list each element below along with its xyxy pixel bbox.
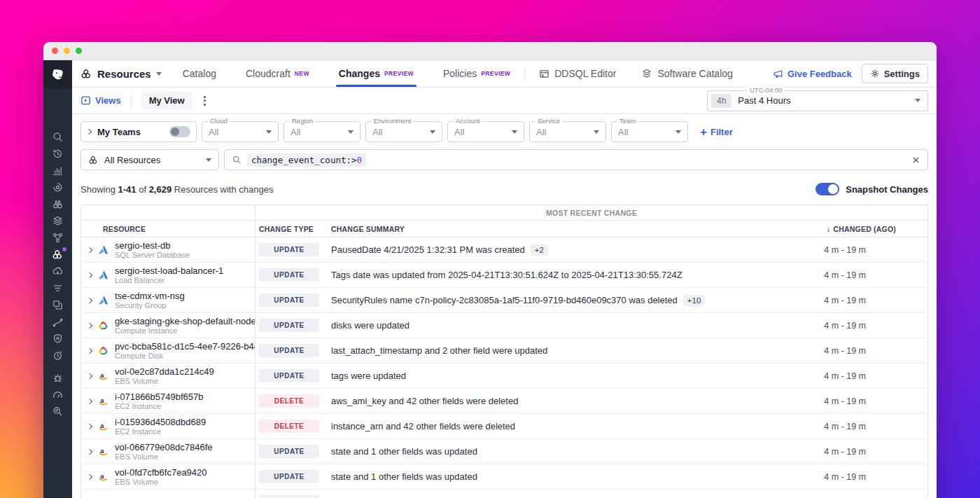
column-changed-ago[interactable]: ↓CHANGED (AGO) — [790, 221, 927, 237]
expand-row-icon[interactable] — [87, 448, 92, 454]
table-row[interactable]: sergio-test-load-balancer-1Load Balancer… — [81, 263, 927, 288]
resource-type: EC2 Instance — [115, 427, 206, 436]
time-range-picker[interactable]: 4h UTC-04:00 Past 4 Hours — [707, 90, 928, 111]
change-summary-cell: disks were updated — [326, 313, 790, 338]
plus-icon: + — [700, 126, 707, 138]
resource-cell: avol-0fd7cfb6fc7ea9420EBS Volume — [81, 464, 255, 489]
table-row[interactable]: pvc-bcba581c-d1c5-4ee7-9226-b4c...Comput… — [81, 338, 927, 364]
change-type-badge: UPDATE — [259, 369, 319, 382]
table-row[interactable]: tse-cdmx-vm-nsgSecurity GroupUPDATESecur… — [81, 288, 927, 313]
zoom-button[interactable] — [76, 48, 82, 54]
expand-row-icon[interactable] — [87, 272, 92, 277]
table-row[interactable]: ai-071866b5749bf657bEC2 InstanceDELETEaw… — [81, 389, 927, 414]
software-catalog-icon[interactable] — [49, 215, 67, 227]
synthetics-icon[interactable] — [49, 316, 67, 328]
close-button[interactable] — [52, 48, 58, 54]
change-type-cell: UPDATE — [255, 263, 326, 287]
filter-dropdown-environment[interactable]: EnvironmentAll — [365, 121, 442, 142]
table-row[interactable]: gke-staging-gke-shop-default-node...Comp… — [81, 313, 927, 338]
chevron-down-icon — [512, 130, 517, 134]
product-switcher[interactable]: Resources — [80, 60, 162, 87]
more-changes-chip[interactable]: +2 — [531, 244, 548, 256]
views-bar: Views My View 4h UTC-04:00 Past 4 Hours — [72, 88, 937, 114]
views-button[interactable]: Views — [80, 95, 121, 106]
tab-cloudcraft[interactable]: CloudcraftNEW — [246, 60, 309, 87]
search-input[interactable]: change_event_count:>0 — [224, 149, 928, 170]
resources-icon[interactable] — [49, 249, 67, 261]
filter-dropdown-team[interactable]: TeamAll — [611, 121, 688, 142]
minimize-button[interactable] — [64, 48, 70, 54]
query-token[interactable]: change_event_count:>0 — [247, 153, 366, 167]
azure-icon — [98, 270, 108, 280]
datadog-logo[interactable] — [43, 60, 72, 89]
tool-software-catalog[interactable]: Software Catalog — [641, 68, 732, 79]
watchdog-icon[interactable] — [49, 181, 67, 193]
filter-dropdown-cloud[interactable]: CloudAll — [202, 121, 279, 142]
table-row[interactable]: ai-015936d4508dbd689EC2 InstanceDELETEin… — [81, 414, 927, 439]
settings-button[interactable]: Settings — [862, 64, 928, 83]
expand-row-icon[interactable] — [87, 473, 92, 479]
chevron-down-icon — [156, 72, 162, 76]
azure-icon — [98, 295, 108, 305]
snapshot-changes-toggle[interactable] — [816, 183, 839, 195]
security-shield-icon[interactable] — [49, 333, 67, 345]
resource-name: vol-0e2c87dda1c214c49 — [115, 366, 214, 377]
table-row[interactable]: avol-0fd7cfb6fc7ea9420EBS VolumeUPDATEst… — [81, 464, 927, 490]
expand-row-icon[interactable] — [87, 398, 92, 403]
ci-cd-cloud-icon[interactable] — [49, 265, 67, 277]
metrics-icon[interactable] — [49, 165, 67, 177]
performance-gauge-icon[interactable] — [49, 389, 67, 401]
add-filter-label: Filter — [710, 127, 733, 137]
filter-dropdown-account[interactable]: AccountAll — [447, 121, 524, 142]
logs-icon[interactable] — [49, 282, 67, 294]
search-icon[interactable] — [49, 131, 67, 143]
more-changes-chip[interactable]: +10 — [683, 295, 706, 306]
change-type-badge: UPDATE — [259, 243, 319, 256]
resource-cell: ai-015936d4508dbd689EC2 Instance — [81, 414, 255, 438]
dashboards-icon[interactable] — [49, 299, 67, 311]
sidebar-icon-rail — [49, 131, 67, 417]
table-row[interactable]: avol-066779e08dc7846feEBS VolumeUPDATEst… — [81, 439, 927, 464]
error-tracking-bug-icon[interactable] — [49, 372, 67, 384]
apm-binoculars-icon[interactable] — [49, 198, 67, 210]
column-resource: RESOURCE — [81, 221, 255, 237]
add-filter-button[interactable]: + Filter — [700, 126, 733, 138]
expand-row-icon[interactable] — [87, 373, 92, 378]
resource-scope-dropdown[interactable]: All Resources — [80, 149, 219, 170]
expand-row-icon[interactable] — [87, 347, 92, 353]
expand-row-icon[interactable] — [87, 297, 92, 303]
expand-row-icon[interactable] — [87, 423, 92, 429]
filter-dropdown-service[interactable]: ServiceAll — [529, 121, 606, 142]
table-row[interactable]: sergio-test-dbSQL Server DatabaseUPDATEP… — [81, 237, 927, 263]
monitors-clock-icon[interactable] — [49, 350, 67, 361]
hexagons-icon — [88, 155, 99, 165]
my-teams-toggle[interactable] — [169, 126, 190, 137]
give-feedback-button[interactable]: Give Feedback — [773, 69, 852, 79]
preview-badge: PREVIEW — [384, 70, 414, 77]
audit-trail-icon[interactable] — [49, 406, 67, 417]
gear-icon — [870, 69, 880, 78]
current-view-chip[interactable]: My View — [141, 92, 192, 109]
tab-catalog[interactable]: Catalog — [183, 60, 216, 87]
service-map-icon[interactable] — [49, 232, 67, 244]
search-icon — [232, 155, 241, 165]
clear-search-icon[interactable] — [911, 155, 920, 165]
tab-policies[interactable]: PoliciesPREVIEW — [443, 60, 510, 87]
table-row[interactable]: avol-0e2c87dda1c214c49EBS VolumeUPDATEta… — [81, 364, 927, 389]
filter-dropdown-region[interactable]: RegionAll — [284, 121, 360, 142]
change-summary-text: disks were updated — [331, 320, 410, 331]
change-summary-text: PausedDate 4/21/2025 1:32:31 PM was crea… — [331, 244, 525, 255]
history-icon[interactable] — [49, 148, 67, 160]
tab-changes[interactable]: ChangesPREVIEW — [339, 60, 414, 87]
table-row[interactable]: cluster-ftj9s-worker-japaneast1-fr2...UP… — [81, 490, 927, 498]
view-options-kebab-icon[interactable] — [201, 93, 209, 109]
expand-row-icon[interactable] — [87, 247, 92, 252]
expand-row-icon[interactable] — [87, 322, 92, 328]
my-teams-control[interactable]: My Teams — [80, 121, 197, 142]
column-change-summary: CHANGE SUMMARY — [326, 221, 790, 237]
tool-ddsql-editor[interactable]: DDSQL Editor — [539, 68, 616, 79]
changed-ago-cell: 4 m - 19 m — [790, 464, 927, 489]
resource-name: i-015936d4508dbd689 — [115, 417, 206, 427]
search-bar: All Resources change_event_count:>0 — [72, 146, 937, 174]
resource-cell: tse-cdmx-vm-nsgSecurity Group — [81, 288, 255, 312]
